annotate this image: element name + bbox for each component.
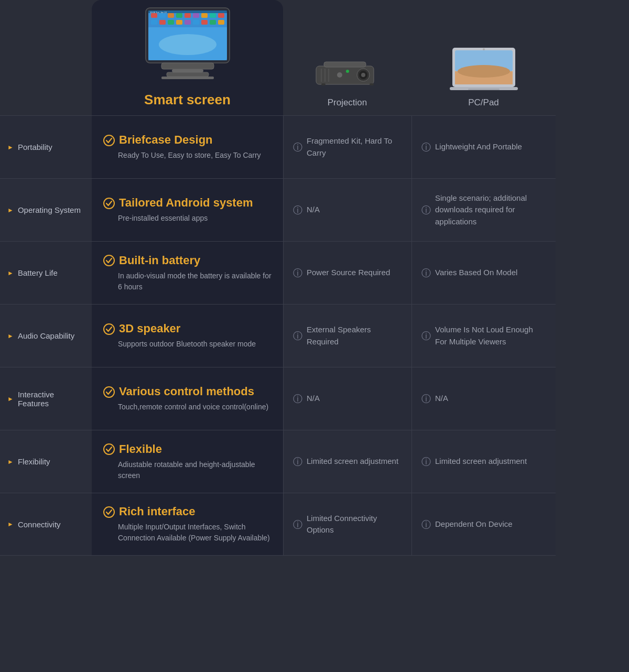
check-icon-2	[103, 254, 115, 267]
warn-icon-proj-5: ⓘ	[293, 455, 302, 469]
row-pc-5: ⓘ Limited screen adjustment	[411, 430, 556, 493]
row-proj-5: ⓘ Limited screen adjustment	[283, 430, 411, 493]
row-label-text-4: Interactive Features	[18, 390, 84, 408]
warn-icon-pc-4: ⓘ	[421, 392, 431, 406]
svg-rect-2	[151, 13, 157, 18]
projector-device-icon	[313, 50, 382, 92]
smart-title-6: Rich interface	[103, 505, 272, 518]
header-pc-col: PC/Pad	[411, 14, 556, 115]
triangle-icon-0: ►	[7, 144, 14, 151]
body-rows: ► Portability Briefcase Design Ready To …	[0, 115, 556, 556]
table-row: ► Portability Briefcase Design Ready To …	[0, 115, 556, 178]
row-label-0: ► Portability	[0, 116, 92, 178]
smart-title-text-6: Rich interface	[119, 505, 196, 518]
svg-rect-12	[159, 20, 166, 25]
svg-point-37	[337, 72, 342, 78]
row-smart-2: Built-in battery In audio-visual mode th…	[92, 242, 283, 304]
smart-col-title: Smart screen	[92, 86, 283, 115]
svg-rect-17	[201, 20, 208, 25]
row-pc-6: ⓘ Dependent On Device	[411, 493, 556, 555]
smart-title-text-0: Briefcase Design	[119, 133, 213, 147]
triangle-icon-2: ►	[7, 269, 14, 277]
smart-desc-2: In audio-visual mode the battery is avai…	[103, 270, 272, 292]
svg-rect-26	[167, 72, 209, 77]
pc-text-5: Limited screen adjustment	[435, 456, 546, 468]
svg-rect-19	[218, 20, 224, 25]
row-label-text-5: Flexibility	[18, 457, 50, 466]
svg-rect-15	[185, 20, 191, 25]
pc-pad-device-icon	[447, 45, 520, 92]
pc-col-title: PC/Pad	[411, 92, 556, 115]
warn-icon-pc-3: ⓘ	[421, 329, 431, 343]
table-row: ► Interactive Features Various control m…	[0, 367, 556, 430]
row-proj-6: ⓘ Limited Connectivity Options	[283, 493, 411, 555]
svg-rect-16	[193, 20, 199, 25]
table-row: ► Battery Life Built-in battery In audio…	[0, 241, 556, 304]
pc-text-0: Lightweight And Portable	[435, 141, 546, 153]
warn-icon-proj-4: ⓘ	[293, 392, 302, 406]
row-pc-1: ⓘ Single scenario; additional downloads …	[411, 179, 556, 241]
svg-rect-8	[201, 13, 208, 18]
row-proj-1: ⓘ N/A	[283, 179, 411, 241]
check-icon-6	[103, 505, 115, 518]
proj-text-4: N/A	[307, 393, 402, 405]
row-smart-3: 3D speaker Supports outdoor Bluetooth sp…	[92, 305, 283, 367]
row-label-4: ► Interactive Features	[0, 367, 92, 430]
row-label-5: ► Flexibility	[0, 430, 92, 493]
check-icon-4	[103, 385, 115, 398]
smart-title-text-5: Flexible	[119, 442, 162, 456]
smart-title-2: Built-in battery	[103, 254, 272, 267]
smart-title-4: Various control methods	[103, 385, 272, 398]
check-icon-5	[103, 443, 115, 456]
triangle-icon-4: ►	[7, 395, 14, 403]
smart-desc-1: Pre-installed essential apps	[103, 213, 272, 224]
proj-text-1: N/A	[307, 204, 402, 216]
warn-icon-pc-5: ⓘ	[421, 455, 431, 469]
svg-rect-33	[324, 62, 366, 67]
row-pc-2: ⓘ Varies Based On Model	[411, 242, 556, 304]
warn-icon-pc-2: ⓘ	[421, 266, 431, 280]
svg-rect-6	[185, 13, 191, 18]
warn-icon-pc-6: ⓘ	[421, 518, 431, 532]
row-label-3: ► Audio Capability	[0, 305, 92, 367]
triangle-icon-1: ►	[7, 207, 14, 214]
row-label-2: ► Battery Life	[0, 242, 92, 304]
svg-rect-24	[161, 63, 214, 69]
svg-point-45	[458, 65, 510, 78]
pc-text-6: Dependent On Device	[435, 518, 546, 530]
row-proj-0: ⓘ Fragmented Kit, Hard To Carry	[283, 116, 411, 178]
pc-text-2: Varies Based On Model	[435, 267, 546, 279]
row-label-text-2: Battery Life	[18, 268, 58, 277]
triangle-icon-5: ►	[7, 458, 14, 465]
svg-rect-27	[161, 77, 214, 79]
svg-rect-25	[172, 69, 203, 72]
row-smart-1: Tailored Android system Pre-installed es…	[92, 179, 283, 241]
smart-title-text-1: Tailored Android system	[119, 196, 253, 210]
check-icon-3	[103, 322, 115, 335]
row-label-6: ► Connectivity	[0, 493, 92, 555]
svg-rect-18	[210, 20, 216, 25]
proj-text-6: Limited Connectivity Options	[307, 513, 402, 536]
svg-rect-10	[218, 13, 224, 18]
smart-title-5: Flexible	[103, 442, 272, 456]
svg-rect-48	[468, 89, 500, 90]
row-label-text-0: Portability	[18, 143, 52, 151]
smart-title-text-4: Various control methods	[119, 385, 254, 398]
smart-screen-device-icon: 10:08 Tue, Jan 10	[130, 5, 245, 86]
smart-desc-6: Multiple Input/Output Interfaces, Switch…	[103, 522, 272, 544]
svg-rect-5	[176, 13, 182, 18]
svg-rect-3	[159, 13, 166, 18]
svg-point-46	[483, 48, 485, 50]
warn-icon-proj-0: ⓘ	[293, 140, 302, 155]
proj-text-2: Power Source Required	[307, 267, 402, 279]
header-smart-col: 10:08 Tue, Jan 10 Smart screen	[92, 0, 283, 115]
row-label-text-1: Operating System	[18, 205, 81, 214]
check-icon-1	[103, 197, 115, 209]
row-pc-0: ⓘ Lightweight And Portable	[411, 116, 556, 178]
smart-title-1: Tailored Android system	[103, 196, 272, 210]
row-proj-2: ⓘ Power Source Required	[283, 242, 411, 304]
proj-text-3: External Speakers Required	[307, 324, 402, 348]
row-label-text-6: Connectivity	[18, 520, 61, 529]
proj-text-0: Fragmented Kit, Hard To Carry	[307, 135, 402, 159]
header-row: 10:08 Tue, Jan 10 Smart screen	[0, 0, 556, 115]
